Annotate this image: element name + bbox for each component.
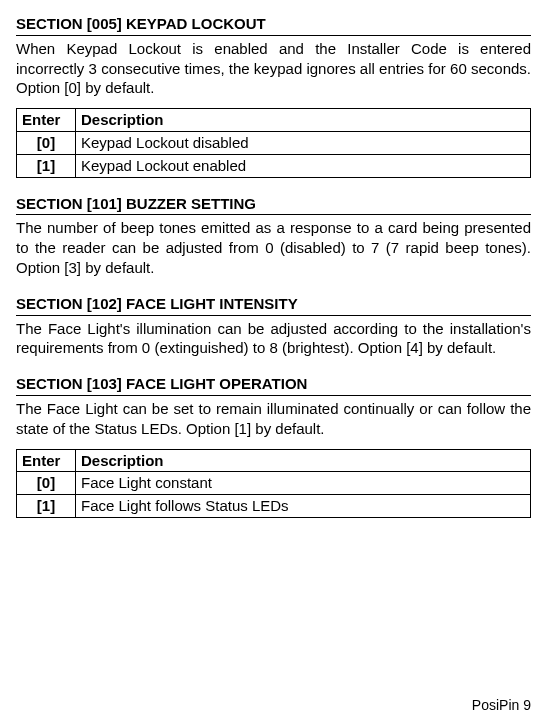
table-header-description: Description (76, 449, 531, 472)
table-cell-description: Keypad Lockout enabled (76, 154, 531, 177)
table-header-description: Description (76, 109, 531, 132)
section-heading-102: SECTION [102] FACE LIGHT INTENSITY (16, 294, 531, 316)
table-cell-enter: [0] (17, 472, 76, 495)
section-heading-103: SECTION [103] FACE LIGHT OPERATION (16, 374, 531, 396)
page-footer: PosiPin 9 (472, 696, 531, 714)
table-header-row: Enter Description (17, 109, 531, 132)
table-cell-description: Keypad Lockout disabled (76, 131, 531, 154)
table-cell-description: Face Light follows Status LEDs (76, 495, 531, 518)
table-header-enter: Enter (17, 449, 76, 472)
table-header-row: Enter Description (17, 449, 531, 472)
table-cell-description: Face Light constant (76, 472, 531, 495)
table-005: Enter Description [0] Keypad Lockout dis… (16, 108, 531, 177)
section-body-101: The number of beep tones emitted as a re… (16, 218, 531, 277)
section-body-102: The Face Light's illumination can be adj… (16, 319, 531, 359)
table-row: [0] Keypad Lockout disabled (17, 131, 531, 154)
table-row: [1] Keypad Lockout enabled (17, 154, 531, 177)
section-heading-101: SECTION [101] BUZZER SETTING (16, 194, 531, 216)
table-header-enter: Enter (17, 109, 76, 132)
table-cell-enter: [1] (17, 495, 76, 518)
table-103: Enter Description [0] Face Light constan… (16, 449, 531, 518)
table-cell-enter: [1] (17, 154, 76, 177)
table-cell-enter: [0] (17, 131, 76, 154)
section-heading-005: SECTION [005] KEYPAD LOCKOUT (16, 14, 531, 36)
table-row: [0] Face Light constant (17, 472, 531, 495)
section-body-005: When Keypad Lockout is enabled and the I… (16, 39, 531, 98)
table-row: [1] Face Light follows Status LEDs (17, 495, 531, 518)
section-body-103: The Face Light can be set to remain illu… (16, 399, 531, 439)
